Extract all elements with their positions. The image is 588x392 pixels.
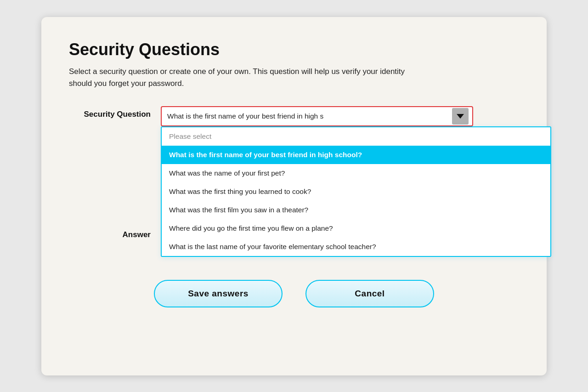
answer-label-1: Answer — [69, 227, 161, 239]
security-question-row-1: Security Question What is the first name… — [69, 106, 519, 126]
dropdown-placeholder[interactable]: Please select — [162, 127, 550, 146]
security-questions-card: Security Questions Select a security que… — [41, 17, 547, 375]
chevron-down-icon[interactable] — [452, 108, 469, 125]
dropdown-item-2[interactable]: What was the name of your first pet? — [162, 164, 550, 182]
dropdown-item-5[interactable]: Where did you go the first time you flew… — [162, 219, 550, 238]
page-title: Security Questions — [69, 40, 519, 59]
security-question-label-1: Security Question — [69, 106, 161, 119]
dropdown-item-4[interactable]: What was the first film you saw in a the… — [162, 201, 550, 219]
select-wrapper-1: What is the first name of your best frie… — [161, 106, 473, 126]
dropdown-item-3[interactable]: What was the first thing you learned to … — [162, 182, 550, 201]
dropdown-item-1[interactable]: What is the first name of your best frie… — [162, 146, 550, 164]
form-section: Security Question What is the first name… — [69, 106, 519, 258]
cancel-button[interactable]: Cancel — [305, 280, 434, 307]
dropdown-item-6[interactable]: What is the last name of your favorite e… — [162, 238, 550, 256]
security-question-select[interactable]: What is the first name of your best frie… — [161, 106, 473, 126]
button-row: Save answers Cancel — [69, 280, 519, 307]
save-answers-button[interactable]: Save answers — [154, 280, 283, 307]
page-description: Select a security question or create one… — [69, 66, 427, 90]
select-box-text: What is the first name of your best frie… — [167, 112, 449, 120]
dropdown-list: Please select What is the first name of … — [161, 126, 551, 257]
